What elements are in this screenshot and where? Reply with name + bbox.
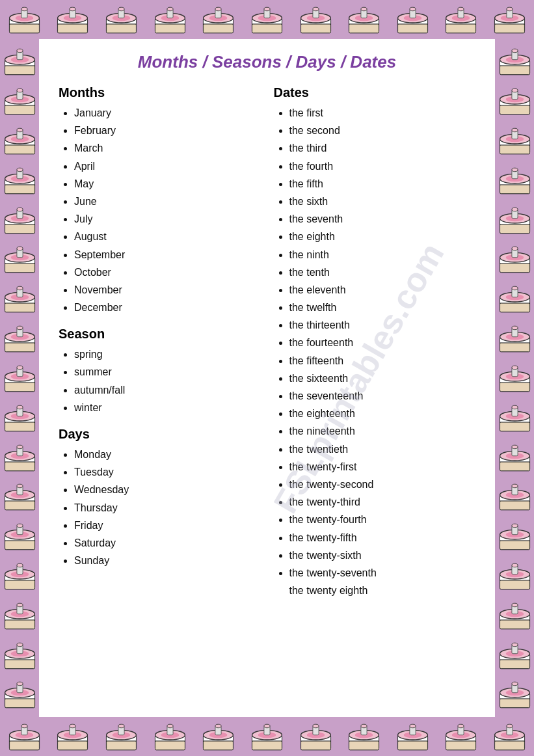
- cake-icon-bottom-7: [298, 720, 334, 753]
- svg-rect-246: [500, 343, 529, 352]
- svg-point-188: [16, 643, 22, 647]
- cake-icon-left-10: [2, 401, 38, 435]
- cake-icon-right-16: [497, 638, 533, 672]
- svg-point-125: [16, 286, 22, 290]
- bottom-border: [0, 717, 534, 756]
- svg-rect-386: [495, 741, 525, 750]
- svg-point-167: [16, 524, 22, 528]
- svg-rect-190: [5, 699, 34, 708]
- cake-icon-right-4: [497, 163, 533, 197]
- list-item: August: [74, 228, 261, 245]
- cake-icon-top-1: [7, 3, 42, 36]
- list-item: autumn/fall: [74, 381, 261, 399]
- list-item: the sixteenth: [289, 370, 476, 387]
- svg-rect-344: [204, 741, 234, 750]
- page-title: Months / Seasons / Days / Dates: [59, 52, 475, 72]
- svg-point-265: [511, 405, 517, 409]
- cake-icon-bottom-6: [249, 720, 285, 753]
- svg-point-181: [16, 603, 22, 607]
- svg-point-41: [264, 7, 270, 10]
- list-item: the first: [289, 104, 476, 122]
- cake-icon-right-11: [497, 440, 533, 474]
- cake-icon-left-1: [2, 44, 38, 78]
- right-column: Dates the firstthe secondthe thirdthe fo…: [274, 85, 476, 599]
- list-item: the nineteenth: [289, 422, 476, 440]
- days-list: MondayTuesdayWednesdayThursdayFridaySatu…: [59, 446, 261, 569]
- list-item: the fourteenth: [289, 334, 476, 351]
- svg-point-111: [16, 208, 22, 211]
- svg-rect-183: [5, 659, 34, 668]
- cake-icon-left-13: [2, 519, 38, 553]
- svg-rect-253: [500, 383, 529, 392]
- svg-point-321: [21, 724, 27, 728]
- cake-icon-right-2: [497, 84, 533, 118]
- svg-point-237: [511, 247, 517, 251]
- cake-icon-right-10: [497, 401, 533, 435]
- cake-icon-left-15: [2, 599, 38, 632]
- list-item: September: [74, 246, 261, 263]
- list-item: the eighth: [289, 228, 476, 245]
- cake-icon-right-7: [497, 282, 533, 316]
- cake-icon-left-12: [2, 479, 38, 513]
- right-border: [495, 39, 534, 717]
- svg-point-202: [511, 49, 517, 53]
- cake-icon-bottom-2: [55, 720, 90, 753]
- svg-point-391: [507, 724, 513, 728]
- svg-point-335: [118, 724, 124, 728]
- svg-point-363: [312, 724, 318, 728]
- svg-point-146: [16, 405, 22, 409]
- svg-point-48: [312, 7, 318, 10]
- list-item: June: [74, 193, 261, 210]
- svg-rect-260: [500, 422, 529, 431]
- svg-rect-106: [5, 224, 34, 234]
- svg-rect-379: [446, 741, 476, 750]
- svg-point-34: [215, 7, 221, 10]
- svg-rect-358: [300, 741, 330, 750]
- cake-icon-left-3: [2, 124, 38, 157]
- list-item: summer: [74, 363, 261, 381]
- cake-icon-left-7: [2, 282, 38, 316]
- list-item: the twenty-fourth: [289, 511, 476, 528]
- two-columns: Months JanuaryFebruaryMarchAprilMayJuneJ…: [59, 85, 475, 599]
- cake-icon-right-5: [497, 203, 533, 237]
- cake-icon-right-1: [497, 44, 533, 78]
- svg-rect-78: [5, 66, 34, 75]
- svg-rect-64: [446, 24, 476, 33]
- list-item: the twenty eighth: [274, 582, 476, 599]
- cake-icon-top-3: [103, 3, 139, 36]
- cake-icon-bottom-3: [103, 720, 139, 753]
- cake-icon-bottom-10: [443, 720, 479, 753]
- svg-rect-337: [155, 741, 185, 750]
- cake-icon-top-7: [298, 3, 334, 36]
- cake-icon-bottom-8: [346, 720, 382, 753]
- svg-rect-330: [107, 741, 137, 750]
- svg-rect-239: [500, 303, 529, 312]
- svg-point-314: [511, 682, 517, 686]
- svg-point-195: [16, 682, 22, 686]
- svg-point-272: [511, 445, 517, 449]
- list-item: May: [74, 175, 261, 193]
- list-item: Thursday: [74, 499, 261, 517]
- cake-icon-right-6: [497, 242, 533, 276]
- svg-point-300: [511, 603, 517, 607]
- svg-point-328: [70, 724, 75, 728]
- svg-point-286: [511, 524, 517, 528]
- svg-point-356: [264, 724, 270, 728]
- cake-icon-bottom-1: [7, 720, 42, 753]
- cake-icon-top-9: [395, 3, 431, 36]
- cake-icon-bottom-4: [152, 720, 188, 753]
- cake-icon-top-10: [443, 3, 479, 36]
- list-item: Wednesday: [74, 481, 261, 498]
- svg-point-279: [511, 485, 517, 489]
- svg-rect-50: [349, 24, 379, 33]
- cake-icon-top-11: [492, 3, 527, 36]
- svg-rect-99: [5, 185, 34, 194]
- svg-rect-8: [58, 24, 88, 33]
- cake-icon-left-2: [2, 84, 38, 118]
- svg-rect-225: [500, 224, 529, 234]
- list-item: October: [74, 263, 261, 281]
- svg-point-209: [511, 88, 517, 92]
- main-content: Months / Seasons / Days / Dates Months J…: [39, 39, 495, 717]
- season-title: Season: [59, 327, 261, 342]
- svg-point-251: [511, 326, 517, 330]
